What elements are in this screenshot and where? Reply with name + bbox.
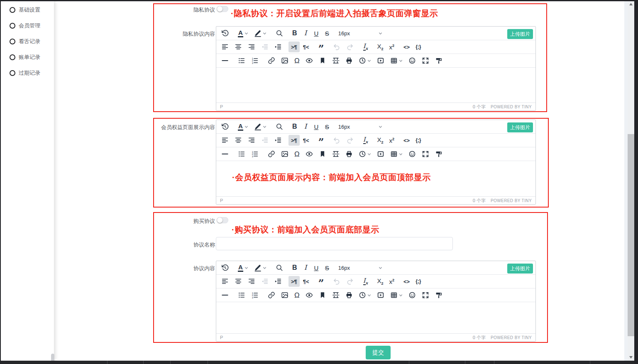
anchor-button[interactable] bbox=[316, 290, 329, 300]
fullscreen-button[interactable] bbox=[419, 290, 432, 300]
scroll-down-icon[interactable] bbox=[629, 356, 633, 359]
search-replace-button[interactable] bbox=[273, 121, 286, 132]
format-painter-button[interactable] bbox=[433, 149, 445, 159]
special-character-button[interactable]: Ω bbox=[292, 149, 302, 159]
special-character-button[interactable]: Ω bbox=[292, 55, 302, 66]
clear-formatting-button[interactable]: Ix bbox=[360, 276, 370, 287]
sidebar-item-basic-settings[interactable]: 基础设置 bbox=[1, 5, 54, 15]
highlight-color-button[interactable] bbox=[252, 262, 269, 273]
blockquote-button[interactable]: ” bbox=[316, 276, 327, 287]
preview-button[interactable] bbox=[303, 290, 315, 300]
print-button[interactable] bbox=[343, 149, 355, 159]
editor-content-area[interactable] bbox=[216, 302, 535, 333]
ltr-button[interactable]: >¶ bbox=[288, 135, 300, 146]
table-button[interactable] bbox=[388, 55, 405, 66]
outdent-button[interactable] bbox=[259, 276, 271, 287]
code-button[interactable]: <> bbox=[401, 42, 412, 52]
code-sample-button[interactable]: {;} bbox=[413, 276, 423, 287]
align-center-button[interactable] bbox=[232, 135, 244, 146]
media-button[interactable] bbox=[374, 290, 387, 300]
purchase-toggle[interactable] bbox=[217, 217, 228, 223]
text-color-button[interactable]: A bbox=[235, 262, 251, 273]
anchor-button[interactable] bbox=[316, 149, 329, 159]
anchor-button[interactable] bbox=[316, 55, 329, 66]
fullscreen-button[interactable] bbox=[419, 149, 432, 159]
bold-button[interactable]: B bbox=[290, 28, 300, 39]
page-scrollbar-thumb[interactable] bbox=[628, 134, 634, 336]
link-button[interactable] bbox=[265, 55, 278, 66]
sidebar-item-member-management[interactable]: 会员管理 bbox=[1, 21, 54, 30]
align-left-button[interactable] bbox=[219, 276, 231, 287]
underline-button[interactable]: U bbox=[311, 262, 321, 273]
code-sample-button[interactable]: {;} bbox=[413, 135, 423, 146]
insert-datetime-button[interactable] bbox=[356, 149, 374, 159]
undo-button[interactable] bbox=[330, 276, 343, 287]
sidebar-item-billing-records[interactable]: 账单记录 bbox=[1, 53, 54, 62]
upload-image-button[interactable]: 上传图片 bbox=[507, 264, 533, 274]
indent-button[interactable] bbox=[272, 42, 284, 52]
italic-button[interactable]: I bbox=[301, 262, 310, 273]
numbered-list-button[interactable]: 123 bbox=[249, 55, 261, 66]
align-right-button[interactable] bbox=[245, 135, 258, 146]
page-break-button[interactable] bbox=[330, 55, 342, 66]
indent-button[interactable] bbox=[272, 135, 284, 146]
bold-button[interactable]: B bbox=[290, 262, 300, 273]
preview-button[interactable] bbox=[303, 149, 315, 159]
sidebar-item-expired-records[interactable]: 过期记录 bbox=[1, 68, 54, 78]
undo-button[interactable] bbox=[330, 135, 343, 146]
special-character-button[interactable]: Ω bbox=[292, 290, 302, 300]
underline-button[interactable]: U bbox=[311, 121, 321, 132]
media-button[interactable] bbox=[374, 149, 387, 159]
text-color-button[interactable]: A bbox=[235, 121, 251, 132]
text-color-button[interactable]: A bbox=[235, 28, 251, 39]
align-right-button[interactable] bbox=[245, 42, 258, 52]
tiny-brand-link[interactable]: POWERED BY TINY bbox=[491, 198, 532, 203]
scroll-up-icon[interactable] bbox=[629, 3, 633, 5]
restore-draft-button[interactable] bbox=[219, 121, 231, 132]
outdent-button[interactable] bbox=[259, 42, 271, 52]
strikethrough-button[interactable]: S bbox=[322, 28, 332, 39]
editor-content-area[interactable] bbox=[216, 68, 535, 103]
restore-draft-button[interactable] bbox=[219, 262, 231, 273]
font-size-select[interactable]: 16px bbox=[336, 121, 384, 132]
upload-image-button[interactable]: 上传图片 bbox=[507, 122, 533, 132]
align-right-button[interactable] bbox=[245, 276, 258, 287]
redo-button[interactable] bbox=[344, 135, 356, 146]
code-button[interactable]: <> bbox=[401, 135, 412, 146]
blockquote-button[interactable]: ” bbox=[316, 42, 327, 52]
outdent-button[interactable] bbox=[259, 135, 271, 146]
ltr-button[interactable]: >¶ bbox=[288, 42, 300, 52]
numbered-list-button[interactable]: 123 bbox=[249, 290, 261, 300]
bullet-list-button[interactable] bbox=[235, 149, 248, 159]
indent-button[interactable] bbox=[272, 276, 284, 287]
link-button[interactable] bbox=[265, 290, 278, 300]
underline-button[interactable]: U bbox=[311, 28, 321, 39]
numbered-list-button[interactable]: 123 bbox=[249, 149, 261, 159]
font-size-select[interactable]: 16px bbox=[336, 262, 384, 273]
horizontal-rule-button[interactable] bbox=[219, 55, 231, 66]
image-button[interactable] bbox=[279, 149, 291, 159]
code-sample-button[interactable]: {;} bbox=[413, 42, 423, 52]
align-left-button[interactable] bbox=[219, 135, 231, 146]
privacy-toggle[interactable] bbox=[217, 6, 228, 12]
search-replace-button[interactable] bbox=[273, 262, 286, 273]
emoticons-button[interactable] bbox=[406, 55, 418, 66]
subscript-button[interactable]: X2 bbox=[374, 42, 386, 52]
restore-draft-button[interactable] bbox=[219, 28, 231, 39]
highlight-color-button[interactable] bbox=[252, 28, 269, 39]
bullet-list-button[interactable] bbox=[235, 290, 248, 300]
format-painter-button[interactable] bbox=[433, 55, 445, 66]
upload-image-button[interactable]: 上传图片 bbox=[507, 29, 533, 39]
rtl-button[interactable]: ¶< bbox=[301, 42, 312, 52]
editor-content-area[interactable]: ·会员权益页面展示内容：前端加入会员页面顶部显示 bbox=[216, 161, 535, 196]
preview-button[interactable] bbox=[303, 55, 315, 66]
page-break-button[interactable] bbox=[330, 290, 342, 300]
tiny-brand-link[interactable]: POWERED BY TINY bbox=[491, 335, 532, 340]
subscript-button[interactable]: X2 bbox=[374, 276, 386, 287]
horizontal-rule-button[interactable] bbox=[219, 290, 231, 300]
tiny-brand-link[interactable]: POWERED BY TINY bbox=[491, 105, 532, 109]
insert-datetime-button[interactable] bbox=[356, 55, 374, 66]
highlight-color-button[interactable] bbox=[252, 121, 269, 132]
image-button[interactable] bbox=[279, 55, 291, 66]
align-left-button[interactable] bbox=[219, 42, 231, 52]
